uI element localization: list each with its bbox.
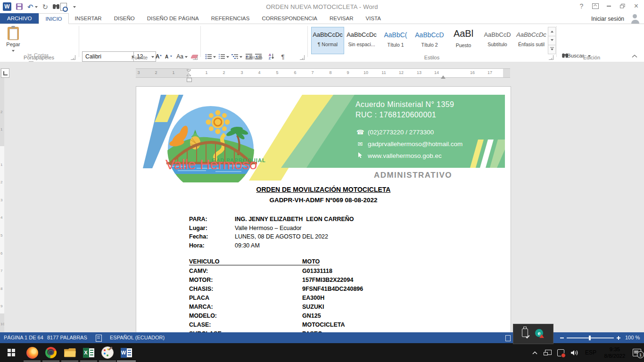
tray-network-icon[interactable] (541, 343, 553, 362)
vruler-number: 3 (0, 198, 2, 202)
firefox-icon (26, 347, 38, 359)
antivirus-icon[interactable]: e (535, 329, 543, 337)
zoom-slider-thumb[interactable] (589, 336, 591, 340)
running-indicator (80, 361, 97, 362)
document-area[interactable]: 2 1 1 2 3 4 5 6 7 8 9 10 3 2 1 1 2 3 4 5… (0, 62, 644, 332)
taskbar-firefox[interactable] (23, 343, 41, 362)
style-normal[interactable]: AaBbCcDc¶ Normal (311, 27, 344, 54)
horizontal-ruler[interactable]: 3 2 1 1 2 3 4 5 6 7 8 9 10 11 12 13 14 1… (136, 68, 510, 78)
taskbar-excel[interactable]: X (79, 343, 98, 362)
ruler-number: 7 (311, 70, 314, 75)
tab-vista[interactable]: VISTA (360, 13, 387, 24)
styles-scroll-up-button[interactable] (548, 27, 556, 36)
proofing-status-icon[interactable] (96, 335, 102, 342)
action-center-button[interactable]: 1 (630, 343, 644, 362)
logo-brand-text: Valle Hermoso (165, 156, 257, 172)
ribbon-tab-bar: ARCHIVO INICIO INSERTAR DISEÑO DISEÑO DE… (0, 13, 644, 24)
active-running-indicator (117, 361, 136, 362)
usb-device-icon[interactable] (522, 329, 528, 337)
meta-row-hora: Hora:09:30 AM (189, 242, 260, 249)
style-enfasis-sutil[interactable]: AaBbCcDcÉnfasis sutil (515, 27, 548, 54)
user-avatar-icon[interactable] (628, 14, 642, 24)
paragraph-dialog-launcher-icon[interactable] (300, 55, 305, 60)
window-controls: ? × (575, 0, 643, 12)
tab-archivo[interactable]: ARCHIVO (0, 13, 39, 24)
paragraph-group-label: Párrafo (200, 55, 307, 60)
meta-row-lugar: Lugar:Valle Hermoso – Ecuador (189, 225, 302, 231)
vruler-number: 4 (0, 215, 2, 220)
styles-more-button[interactable] (548, 45, 556, 54)
ruler-number: 2 (223, 70, 225, 75)
vertical-ruler[interactable]: 2 1 1 2 3 4 5 6 7 8 9 10 (0, 68, 4, 332)
tray-security-alert-icon[interactable] (554, 343, 567, 362)
tab-revisar[interactable]: REVISAR (323, 13, 360, 24)
start-button[interactable] (0, 343, 23, 362)
zoom-level[interactable]: 100 % (625, 335, 640, 340)
tab-diseno[interactable]: DISEÑO (108, 13, 141, 24)
taskbar-file-explorer[interactable] (60, 343, 79, 362)
zoom-out-button[interactable] (560, 337, 564, 338)
tab-correspondencia[interactable]: CORRESPONDENCIA (256, 13, 323, 24)
sign-in-link[interactable]: Iniciar sesión (591, 16, 624, 22)
action-center-icon: 1 (633, 349, 641, 356)
paste-icon (8, 27, 19, 40)
page[interactable]: GAD PARROQUIAL Valle Hermoso Acuerdo Min… (136, 86, 511, 332)
tray-volume-icon[interactable] (569, 343, 581, 362)
document-title: ORDEN DE MOVILIZACIÓN MOTOCICLETA (136, 186, 511, 193)
page-indicator[interactable]: PÁGINA 1 DE 64 (4, 335, 43, 340)
vruler-number: 5 (0, 233, 2, 238)
font-dialog-launcher-icon[interactable] (193, 55, 198, 60)
restore-button[interactable] (616, 0, 629, 12)
clipboard-dialog-launcher-icon[interactable] (71, 55, 75, 60)
tray-chevron-button[interactable] (529, 343, 540, 362)
tab-diseno-de-pagina[interactable]: DISEÑO DE PÁGINA (141, 13, 205, 24)
vruler-number: 6 (0, 251, 2, 255)
vruler-number: 1 (0, 127, 2, 132)
collapse-ribbon-button[interactable] (632, 53, 637, 59)
meta-row-para: PARA:ING. JENNY ELIZABETH LEON CARREÑO (189, 216, 354, 222)
style-sin-espaciado[interactable]: AaBbCcDcSin espaci... (345, 27, 378, 54)
read-mode-icon[interactable] (505, 335, 511, 341)
tray-language-indicator[interactable]: ESP (583, 343, 599, 362)
left-indent-box[interactable] (187, 78, 192, 82)
taskbar-chrome[interactable] (41, 343, 60, 362)
speaker-icon (571, 350, 578, 356)
document-header: GAD PARROQUIAL Valle Hermoso Acuerdo Min… (140, 93, 505, 182)
banner-acuerdo: Acuerdo Ministerial N° 1359 (355, 100, 454, 109)
word-taskbar-icon: W (121, 348, 132, 358)
paste-button[interactable]: Pegar (2, 27, 25, 53)
style-subtitulo[interactable]: AaBbCcDSubtítulo (481, 27, 514, 54)
word-count[interactable]: 8177 PALABRAS (47, 335, 87, 340)
ruler-number: 14 (434, 70, 439, 75)
ribbon-display-options-button[interactable] (588, 0, 602, 12)
running-indicator (61, 361, 78, 362)
style-titulo-2[interactable]: AaBbCcDTítulo 2 (413, 27, 446, 54)
ruler-number: 8 (329, 70, 331, 75)
vehicle-header-row: VEHICULOMOTO (189, 258, 320, 265)
style-titulo-1[interactable]: AaBbC(Título 1 (379, 27, 412, 54)
cursor-arrow-icon (356, 152, 364, 159)
zoom-in-button[interactable] (617, 336, 620, 340)
ruler-number: 1 (205, 70, 207, 75)
close-button[interactable]: × (629, 0, 643, 12)
taskbar-paint[interactable] (98, 343, 117, 362)
right-indent-marker[interactable] (441, 73, 446, 79)
tab-stop-selector[interactable] (1, 68, 9, 78)
tab-insertar[interactable]: INSERTAR (69, 13, 108, 24)
word-application-window: W ↶ ↻ ORDEN NUEVA MOTOCICLETA - Word ? ×… (0, 0, 644, 362)
tab-referencias[interactable]: REFERENCIAS (205, 13, 256, 24)
indent-markers-icon[interactable] (186, 69, 192, 77)
style-puesto[interactable]: AaBlPuesto (447, 27, 480, 54)
minimize-button[interactable] (602, 0, 616, 12)
help-button[interactable]: ? (575, 0, 588, 12)
styles-scroll-down-button[interactable] (548, 36, 556, 45)
vehicle-row: CHASIS:9FSNF41B4DC240896 (189, 286, 363, 292)
tray-clock[interactable]: 9:358/8/2022 (600, 343, 630, 362)
ruler-number: 1 (172, 70, 174, 75)
tab-inicio[interactable]: INICIO (39, 13, 68, 24)
vehicle-row: CAMV:G01331118 (189, 268, 332, 274)
language-indicator[interactable]: ESPAÑOL (ECUADOR) (110, 335, 165, 340)
taskbar-word[interactable]: W (117, 343, 136, 362)
styles-dialog-launcher-icon[interactable] (549, 55, 553, 60)
ruler-number: 6 (294, 70, 296, 75)
